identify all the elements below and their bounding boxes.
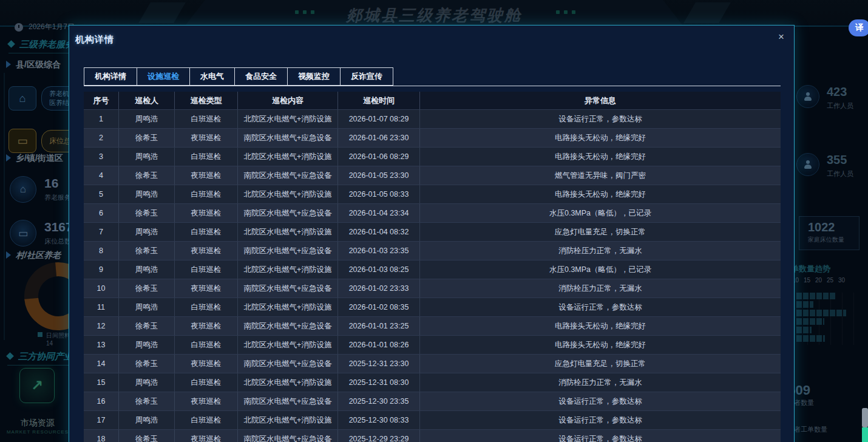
table-row: 14 徐希玉 夜班巡检 南院区水电燃气+应急设备 2025-12-31 23:3…: [84, 354, 781, 373]
cell-content: 北院区水电燃气+消防设施: [238, 298, 338, 316]
cell-content: 北院区水电燃气+消防设施: [238, 148, 338, 166]
cell-inspector: 徐希玉: [119, 204, 175, 222]
cell-index: 17: [84, 411, 119, 429]
table-header-cell: 巡检类型: [175, 92, 238, 109]
cell-abnormal-info: 应急灯电量充足，切换正常: [420, 223, 781, 241]
cell-time: 2026-01-03 08:25: [338, 260, 420, 279]
cell-time: 2026-01-04 08:32: [338, 223, 420, 241]
cell-content: 南院区水电燃气+应急设备: [238, 355, 338, 373]
cell-inspector: 周鸣浩: [119, 110, 175, 128]
cell-index: 7: [84, 223, 119, 241]
table-row: 16 徐希玉 夜班巡检 南院区水电燃气+应急设备 2025-12-30 23:3…: [84, 392, 781, 410]
cell-type: 夜班巡检: [175, 242, 238, 260]
cell-time: 2026-01-07 08:29: [338, 110, 420, 128]
cell-abnormal-info: 设备运行正常，参数达标: [420, 110, 781, 128]
modal-tab[interactable]: 设施巡检: [137, 67, 190, 86]
table-header-cell: 异常信息: [420, 92, 781, 109]
cell-time: 2026-01-03 23:35: [338, 242, 420, 260]
cell-inspector: 徐希玉: [119, 317, 175, 335]
table-row: 13 周鸣浩 白班巡检 北院区水电燃气+消防设施 2026-01-01 08:2…: [84, 335, 781, 354]
cell-inspector: 徐希玉: [119, 392, 175, 410]
modal-tab[interactable]: 视频监控: [287, 67, 341, 86]
scrollbar-thumb[interactable]: [862, 408, 868, 427]
cell-abnormal-info: 设备运行正常，参数达标: [420, 392, 781, 410]
cell-time: 2025-12-31 23:30: [338, 355, 420, 373]
cell-type: 夜班巡检: [175, 392, 238, 410]
cell-abnormal-info: 水压0.3MPa（略低），已记录: [420, 204, 781, 222]
cell-content: 北院区水电燃气+消防设施: [238, 411, 338, 429]
cell-time: 2025-12-31 08:30: [338, 373, 420, 392]
translate-button[interactable]: 译: [849, 19, 868, 36]
table-row: 7 周鸣浩 白班巡检 北院区水电燃气+消防设施 2026-01-04 08:32…: [84, 222, 781, 241]
cell-abnormal-info: 应急灯电量充足，切换正常: [420, 355, 781, 373]
cell-type: 白班巡检: [175, 336, 238, 354]
cell-inspector: 周鸣浩: [119, 148, 175, 166]
cell-abnormal-info: 电路接头无松动，绝缘完好: [420, 185, 781, 203]
cell-type: 夜班巡检: [175, 204, 238, 222]
cell-abnormal-info: 电路接头无松动，绝缘完好: [420, 129, 781, 147]
table-row: 11 周鸣浩 白班巡检 北院区水电燃气+消防设施 2026-01-02 08:3…: [84, 298, 781, 316]
cell-abnormal-info: 电路接头无松动，绝缘完好: [420, 317, 781, 335]
cell-content: 南院区水电燃气+应急设备: [238, 242, 338, 260]
cell-content: 北院区水电燃气+消防设施: [238, 336, 338, 354]
cell-time: 2025-12-30 08:33: [338, 411, 420, 429]
cell-content: 南院区水电燃气+应急设备: [238, 392, 338, 410]
cell-inspector: 周鸣浩: [119, 298, 175, 316]
cell-time: 2026-01-04 23:34: [338, 204, 420, 222]
modal-tab[interactable]: 食品安全: [234, 67, 288, 86]
cell-abnormal-info: 消防栓压力正常，无漏水: [420, 279, 781, 298]
cell-index: 14: [84, 355, 119, 373]
cell-index: 15: [84, 373, 119, 392]
cell-index: 10: [84, 279, 119, 298]
table-row: 12 徐希玉 夜班巡检 南院区水电燃气+应急设备 2026-01-01 23:2…: [84, 316, 781, 335]
cell-content: 北院区水电燃气+消防设施: [238, 373, 338, 392]
cell-inspector: 徐希玉: [119, 129, 175, 147]
cell-inspector: 周鸣浩: [119, 223, 175, 241]
cell-time: 2026-01-05 23:30: [338, 166, 420, 185]
cell-type: 白班巡检: [175, 223, 238, 241]
table-row: 1 周鸣浩 白班巡检 北院区水电燃气+消防设施 2026-01-07 08:29…: [84, 109, 781, 128]
cell-content: 北院区水电燃气+消防设施: [238, 185, 338, 203]
inspection-table: 序号巡检人巡检类型巡检内容巡检时间异常信息 1 周鸣浩 白班巡检 北院区水电燃气…: [84, 92, 781, 442]
cell-type: 白班巡检: [175, 373, 238, 392]
cell-index: 5: [84, 185, 119, 203]
cell-index: 11: [84, 298, 119, 316]
cell-content: 南院区水电燃气+应急设备: [238, 430, 338, 442]
cell-type: 夜班巡检: [175, 279, 238, 298]
cell-inspector: 徐希玉: [119, 242, 175, 260]
modal-tab[interactable]: 机构详情: [84, 67, 137, 86]
cell-abnormal-info: 电路接头无松动，绝缘完好: [420, 336, 781, 354]
cell-index: 6: [84, 204, 119, 222]
cell-abnormal-info: 水压0.3MPa（略低），已记录: [420, 260, 781, 279]
table-row: 2 徐希玉 夜班巡检 南院区水电燃气+应急设备 2026-01-06 23:30…: [84, 128, 781, 147]
table-header-row: 序号巡检人巡检类型巡检内容巡检时间异常信息: [84, 92, 781, 109]
cell-time: 2026-01-02 08:35: [338, 298, 420, 316]
cell-abnormal-info: 消防栓压力正常，无漏水: [420, 242, 781, 260]
cell-type: 夜班巡检: [175, 430, 238, 442]
cell-inspector: 周鸣浩: [119, 336, 175, 354]
scrollbar-accent[interactable]: [862, 427, 868, 442]
cell-index: 13: [84, 336, 119, 354]
cell-time: 2026-01-05 08:33: [338, 185, 420, 203]
cell-content: 南院区水电燃气+应急设备: [238, 129, 338, 147]
cell-abnormal-info: 消防栓压力正常，无漏水: [420, 373, 781, 392]
cell-abnormal-info: 设备运行正常，参数达标: [420, 298, 781, 316]
cell-type: 白班巡检: [175, 298, 238, 316]
cell-index: 9: [84, 260, 119, 279]
cell-content: 北院区水电燃气+消防设施: [238, 223, 338, 241]
cell-inspector: 徐希玉: [119, 279, 175, 298]
close-icon[interactable]: ×: [775, 30, 788, 44]
cell-index: 18: [84, 430, 119, 442]
cell-abnormal-info: 电路接头无松动，绝缘完好: [420, 148, 781, 166]
cell-time: 2026-01-02 23:33: [338, 279, 420, 298]
table-body: 1 周鸣浩 白班巡检 北院区水电燃气+消防设施 2026-01-07 08:29…: [84, 109, 781, 442]
table-header-cell: 巡检内容: [238, 92, 338, 109]
cell-time: 2026-01-01 08:26: [338, 336, 420, 354]
modal-tab[interactable]: 水电气: [189, 67, 235, 86]
cell-inspector: 周鸣浩: [119, 260, 175, 279]
cell-type: 夜班巡检: [175, 129, 238, 147]
cell-content: 南院区水电燃气+应急设备: [238, 279, 338, 298]
modal-tab[interactable]: 反诈宣传: [340, 67, 393, 86]
cell-index: 8: [84, 242, 119, 260]
table-row: 4 徐希玉 夜班巡检 南院区水电燃气+应急设备 2026-01-05 23:30…: [84, 166, 781, 185]
